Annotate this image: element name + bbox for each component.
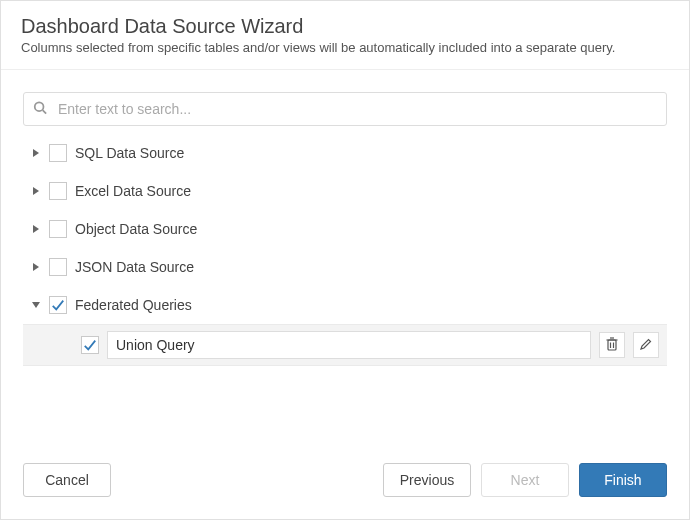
tree-checkbox[interactable] (49, 182, 67, 200)
wizard-header: Dashboard Data Source Wizard Columns sel… (1, 1, 689, 70)
tree-child-row (23, 324, 667, 366)
finish-button[interactable]: Finish (579, 463, 667, 497)
chevron-right-icon[interactable] (31, 262, 41, 272)
tree-node-label: JSON Data Source (75, 259, 194, 275)
trash-icon (606, 337, 618, 354)
search-wrap (23, 92, 667, 126)
tree-node-label: Federated Queries (75, 297, 192, 313)
svg-marker-6 (32, 302, 40, 308)
tree-checkbox[interactable] (49, 144, 67, 162)
chevron-right-icon[interactable] (31, 148, 41, 158)
tree-node-sql[interactable]: SQL Data Source (23, 134, 667, 172)
tree-checkbox[interactable] (49, 220, 67, 238)
wizard-footer: Cancel Previous Next Finish (1, 445, 689, 519)
tree-checkbox[interactable] (49, 296, 67, 314)
wizard-subtitle: Columns selected from specific tables an… (21, 40, 669, 55)
svg-rect-7 (608, 340, 616, 350)
chevron-right-icon[interactable] (31, 224, 41, 234)
svg-marker-5 (33, 263, 39, 271)
wizard-dialog: Dashboard Data Source Wizard Columns sel… (0, 0, 690, 520)
svg-marker-4 (33, 225, 39, 233)
delete-button[interactable] (599, 332, 625, 358)
svg-marker-2 (33, 149, 39, 157)
data-source-tree: SQL Data Source Excel Data Source (23, 134, 667, 366)
previous-button[interactable]: Previous (383, 463, 471, 497)
wizard-body: SQL Data Source Excel Data Source (1, 70, 689, 445)
next-button[interactable]: Next (481, 463, 569, 497)
tree-node-excel[interactable]: Excel Data Source (23, 172, 667, 210)
wizard-title: Dashboard Data Source Wizard (21, 15, 669, 38)
chevron-right-icon[interactable] (31, 186, 41, 196)
cancel-button[interactable]: Cancel (23, 463, 111, 497)
chevron-down-icon[interactable] (31, 300, 41, 310)
tree-node-label: Object Data Source (75, 221, 197, 237)
pencil-icon (640, 337, 652, 353)
tree-node-federated[interactable]: Federated Queries (23, 286, 667, 324)
search-input[interactable] (23, 92, 667, 126)
tree-child-checkbox[interactable] (81, 336, 99, 354)
tree-checkbox[interactable] (49, 258, 67, 276)
tree-node-object[interactable]: Object Data Source (23, 210, 667, 248)
tree-node-label: Excel Data Source (75, 183, 191, 199)
svg-marker-3 (33, 187, 39, 195)
tree-node-json[interactable]: JSON Data Source (23, 248, 667, 286)
tree-node-label: SQL Data Source (75, 145, 184, 161)
edit-button[interactable] (633, 332, 659, 358)
query-name-input[interactable] (107, 331, 591, 359)
